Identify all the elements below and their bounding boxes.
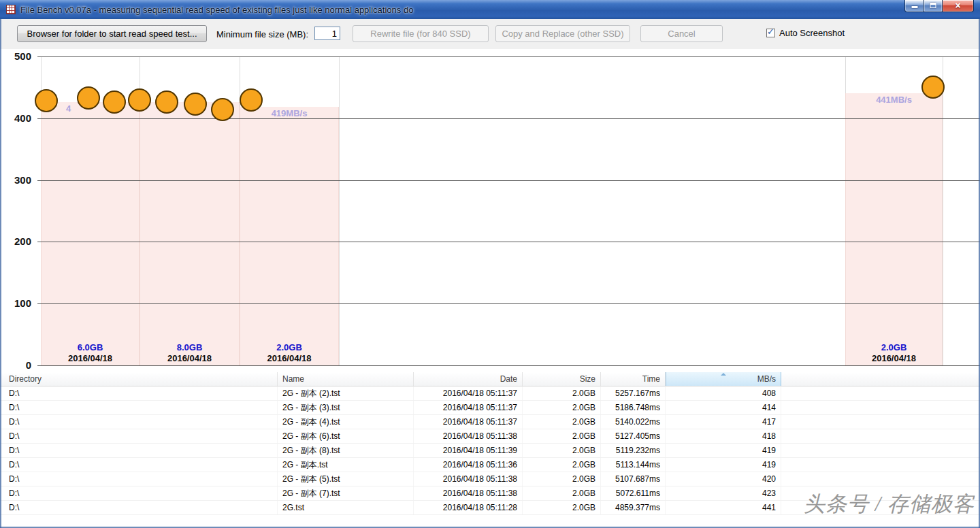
- band-size-label: 2.0GB: [845, 342, 943, 352]
- column-header-directory[interactable]: Directory: [0, 372, 278, 386]
- band-size-label: 6.0GB: [41, 342, 140, 352]
- y-axis-tick-label: 300: [0, 174, 31, 186]
- data-point-circle: [184, 93, 207, 116]
- data-point-circle: [211, 98, 234, 121]
- table-row[interactable]: D:\2G - 副本 (8).tst2016/04/18 05:11:392.0…: [0, 444, 980, 458]
- y-axis-tick-label: 100: [0, 297, 31, 310]
- column-header-label: Date: [500, 374, 517, 384]
- cell-date: 2016/04/18 05:11:38: [414, 472, 523, 486]
- cell-directory: D:\: [0, 401, 278, 414]
- cell-date: 2016/04/18 05:11:38: [414, 486, 523, 500]
- band-date-label: 2016/04/18: [240, 353, 339, 363]
- maximize-icon: [930, 3, 936, 8]
- cell-directory: D:\: [0, 486, 278, 500]
- cell-name: 2G - 副本 (2).tst: [278, 386, 414, 400]
- cell-time: 5072.611ms: [601, 486, 666, 500]
- auto-screenshot-label: Auto Screenshot: [779, 28, 845, 38]
- band-size-label: 8.0GB: [140, 342, 240, 352]
- min-file-size-input[interactable]: [314, 27, 340, 40]
- cell-time: 5257.167ms: [601, 386, 666, 400]
- close-button[interactable]: ×: [942, 0, 974, 12]
- cell-filler: [781, 444, 980, 457]
- cell-name: 2G - 副本 (5).tst: [278, 472, 414, 486]
- table-row[interactable]: D:\2G - 副本 (6).tst2016/04/18 05:11:382.0…: [0, 429, 980, 444]
- cell-date: 2016/04/18 05:11:37: [414, 415, 523, 429]
- cell-mbs: 423: [666, 486, 781, 500]
- column-header-size[interactable]: Size: [523, 372, 601, 386]
- cell-mbs: 441: [666, 501, 781, 514]
- cell-time: 5107.687ms: [601, 472, 666, 486]
- cell-name: 2G - 副本 (8).tst: [278, 444, 414, 457]
- cell-name: 2G - 副本 (6).tst: [278, 429, 414, 443]
- cell-date: 2016/04/18 05:11:28: [414, 501, 523, 514]
- table-row[interactable]: D:\2G - 副本 (3).tst2016/04/18 05:11:372.0…: [0, 401, 980, 415]
- cell-date: 2016/04/18 05:11:37: [414, 386, 523, 400]
- cell-size: 2.0GB: [523, 429, 601, 443]
- table-header: DirectoryNameDateSizeTimeMB/s: [0, 372, 980, 386]
- cell-directory: D:\: [0, 458, 278, 472]
- app-window: File Bench v0.07a - measuring sequential…: [0, 0, 980, 528]
- auto-screenshot-checkbox[interactable]: ✓ Auto Screenshot: [766, 28, 845, 38]
- band-size-label: 2.0GB: [240, 342, 339, 352]
- rewrite-file-button[interactable]: Rewrite file (for 840 SSD): [353, 25, 489, 42]
- cell-filler: [781, 415, 980, 429]
- column-header-name[interactable]: Name: [278, 372, 414, 386]
- cell-directory: D:\: [0, 429, 278, 443]
- minimize-button[interactable]: [904, 0, 924, 12]
- table-row[interactable]: D:\2G - 副本 (4).tst2016/04/18 05:11:372.0…: [0, 415, 980, 429]
- cell-date: 2016/04/18 05:11:36: [414, 458, 523, 472]
- cell-filler: [781, 458, 980, 472]
- min-file-size-label: Minimum file size (MB):: [216, 29, 308, 39]
- cell-date: 2016/04/18 05:11:37: [414, 401, 523, 414]
- chart-gridline: [37, 365, 980, 366]
- test-band: [240, 107, 339, 365]
- cell-filler: [781, 401, 980, 414]
- table-row[interactable]: D:\2G - 副本.tst2016/04/18 05:11:362.0GB51…: [0, 458, 980, 472]
- cell-time: 4859.377ms: [601, 501, 666, 514]
- column-header-date[interactable]: Date: [414, 372, 523, 386]
- table-row[interactable]: D:\2G - 副本 (5).tst2016/04/18 05:11:382.0…: [0, 472, 980, 486]
- checkmark-icon: ✓: [767, 27, 774, 37]
- cell-name: 2G - 副本 (7).tst: [278, 486, 414, 500]
- band-edge-line: [943, 56, 943, 365]
- cell-directory: D:\: [0, 472, 278, 486]
- cell-time: 5140.022ms: [601, 415, 666, 429]
- maximize-button[interactable]: [924, 0, 943, 12]
- cell-mbs: 419: [666, 458, 781, 472]
- cell-size: 2.0GB: [523, 501, 601, 514]
- cell-mbs: 414: [666, 401, 781, 414]
- browse-folder-button[interactable]: Browser for folder to start read speed t…: [17, 25, 207, 42]
- band-date-label: 2016/04/18: [41, 353, 140, 363]
- cell-filler: [781, 386, 980, 400]
- y-axis-tick-label: 200: [0, 235, 31, 248]
- cell-size: 2.0GB: [523, 458, 601, 472]
- cell-date: 2016/04/18 05:11:39: [414, 444, 523, 457]
- cell-directory: D:\: [0, 501, 278, 514]
- column-header-filler: [781, 372, 980, 386]
- window-title: File Bench v0.07a - measuring sequential…: [20, 5, 413, 15]
- cell-mbs: 420: [666, 472, 781, 486]
- data-point-circle: [155, 90, 178, 114]
- cell-size: 2.0GB: [523, 386, 601, 400]
- data-point-circle: [35, 89, 58, 112]
- titlebar[interactable]: File Bench v0.07a - measuring sequential…: [0, 0, 980, 19]
- cell-directory: D:\: [0, 415, 278, 429]
- copy-replace-button[interactable]: Copy and Replace (other SSD): [495, 25, 630, 42]
- band-date-label: 2016/04/18: [140, 353, 240, 363]
- band-date-label: 2016/04/18: [845, 353, 943, 363]
- cell-filler: [781, 472, 980, 486]
- cancel-button[interactable]: Cancel: [640, 25, 723, 42]
- data-point-circle: [921, 76, 945, 99]
- column-header-mbs[interactable]: MB/s: [666, 372, 781, 386]
- chart-gridline: [37, 180, 980, 181]
- table-row[interactable]: D:\2G - 副本 (2).tst2016/04/18 05:11:372.0…: [0, 386, 980, 401]
- auto-screenshot-checkbox-box[interactable]: ✓: [766, 29, 775, 37]
- column-header-label: MB/s: [757, 374, 776, 384]
- close-icon: ×: [943, 0, 973, 11]
- toolbar: Browser for folder to start read speed t…: [0, 19, 980, 49]
- cell-mbs: 418: [666, 429, 781, 443]
- cell-directory: D:\: [0, 386, 278, 400]
- band-speed-label-partial: 4: [66, 103, 80, 114]
- column-header-time[interactable]: Time: [601, 372, 666, 386]
- cell-name: 2G - 副本 (3).tst: [278, 401, 414, 414]
